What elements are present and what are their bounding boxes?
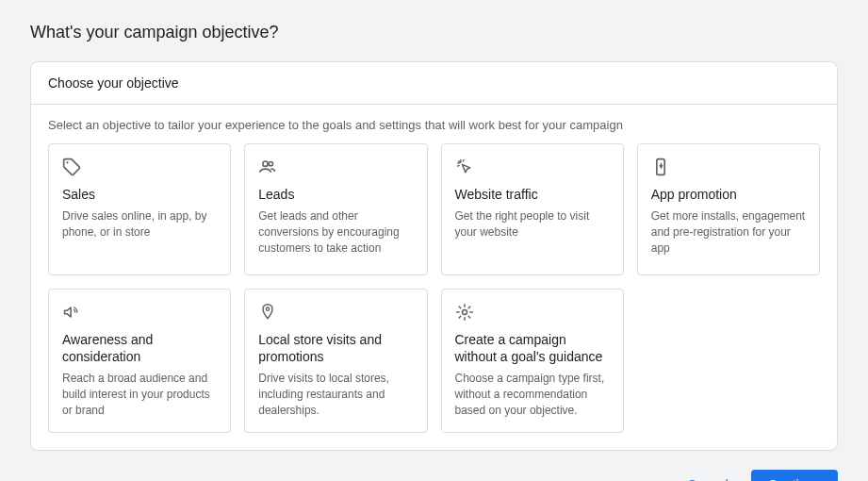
tile-desc: Choose a campaign type first, without a … — [455, 371, 610, 418]
objective-grid: Sales Drive sales online, in app, by pho… — [31, 143, 837, 450]
tile-desc: Get the right people to visit your websi… — [455, 208, 610, 240]
gear-icon — [455, 303, 474, 322]
cancel-button[interactable]: Cancel — [676, 470, 740, 481]
tag-icon — [62, 158, 81, 176]
card-header: Choose your objective — [31, 62, 837, 105]
objective-awareness[interactable]: Awareness and consideration Reach a broa… — [48, 289, 231, 433]
click-icon — [455, 158, 474, 176]
objective-website-traffic[interactable]: Website traffic Get the right people to … — [441, 143, 624, 275]
tile-desc: Get leads and other conversions by encou… — [258, 208, 413, 256]
objective-no-goal[interactable]: Create a campaign without a goal's guida… — [441, 289, 624, 433]
tile-title: Local store visits and promotions — [258, 331, 413, 365]
objective-sales[interactable]: Sales Drive sales online, in app, by pho… — [48, 143, 231, 275]
svg-point-5 — [267, 307, 270, 310]
tile-title: App promotion — [651, 186, 806, 203]
svg-point-1 — [263, 161, 268, 166]
megaphone-icon — [62, 303, 81, 322]
tile-title: Leads — [258, 186, 413, 203]
pin-icon — [258, 303, 277, 322]
tile-title: Sales — [62, 186, 217, 203]
objective-local-store[interactable]: Local store visits and promotions Drive … — [244, 289, 427, 433]
tile-title: Awareness and consideration — [62, 331, 217, 365]
tile-desc: Drive visits to local stores, including … — [258, 371, 413, 418]
svg-point-0 — [66, 161, 68, 163]
svg-point-2 — [269, 162, 272, 166]
people-icon — [258, 158, 277, 176]
objective-card: Choose your objective Select an objectiv… — [30, 61, 838, 451]
tile-title: Create a campaign without a goal's guida… — [455, 331, 610, 365]
objective-leads[interactable]: Leads Get leads and other conversions by… — [244, 143, 427, 275]
svg-point-6 — [462, 310, 467, 315]
continue-button[interactable]: Continue — [751, 470, 838, 481]
card-subtext: Select an objective to tailor your exper… — [31, 105, 837, 143]
tile-desc: Drive sales online, in app, by phone, or… — [62, 208, 217, 240]
footer-actions: Cancel Continue — [30, 470, 838, 481]
objective-app-promotion[interactable]: App promotion Get more installs, engagem… — [637, 143, 820, 275]
tile-title: Website traffic — [455, 186, 610, 203]
tile-desc: Get more installs, engagement and pre-re… — [651, 208, 806, 256]
page-title: What's your campaign objective? — [30, 23, 838, 42]
tile-desc: Reach a broad audience and build interes… — [62, 371, 217, 418]
phone-icon — [651, 158, 670, 176]
